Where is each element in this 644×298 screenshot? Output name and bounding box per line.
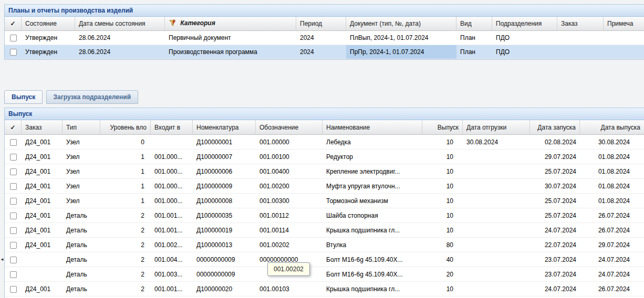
- cell-order[interactable]: Д24_001: [22, 238, 63, 252]
- cell-name[interactable]: Крышка подшипника гл...: [323, 223, 422, 238]
- cell-order[interactable]: [22, 252, 63, 267]
- column-header-check[interactable]: ✓: [5, 17, 22, 31]
- cell-start-date[interactable]: 25.07.2024: [530, 194, 580, 208]
- cell-level[interactable]: 1: [100, 194, 151, 208]
- cell-nomenclature[interactable]: Д100000006: [193, 164, 256, 179]
- column-header-note[interactable]: Примеча: [604, 17, 644, 31]
- cell-nomenclature[interactable]: 00000000009: [193, 252, 256, 267]
- cell-document[interactable]: ПрПр, 2024-1, 01.07.2024: [346, 45, 456, 59]
- cell-name[interactable]: Шайба стопорная: [323, 208, 422, 223]
- cell-designation[interactable]: 001.00300: [256, 194, 323, 208]
- cell-ship-date[interactable]: [463, 208, 530, 223]
- cell-designation[interactable]: 001.00200: [256, 179, 323, 194]
- cell-order[interactable]: Д24_001: [22, 194, 63, 208]
- cell-type[interactable]: Узел: [63, 164, 100, 179]
- cell-type[interactable]: Узел: [63, 150, 100, 164]
- row-checkbox[interactable]: [10, 139, 17, 146]
- cell-parent[interactable]: 001.001...: [151, 282, 193, 296]
- cell-divisions[interactable]: ПДО: [492, 45, 557, 59]
- cell-parent[interactable]: 001.001...: [151, 208, 193, 223]
- cell-order[interactable]: Д24_001: [22, 164, 63, 179]
- tab-zagruzka-podrazdelenij[interactable]: Загрузка подразделений: [46, 90, 138, 104]
- row-checkbox[interactable]: [10, 49, 17, 56]
- cell-nomenclature[interactable]: Д100000020: [193, 282, 256, 296]
- cell-release-date[interactable]: 01.08.2024: [580, 179, 644, 194]
- cell-parent[interactable]: [151, 135, 193, 150]
- row-check-cell[interactable]: [5, 208, 22, 223]
- cell-category[interactable]: Производственная программа: [165, 45, 296, 59]
- table-row[interactable]: Д24_001Узел1001.000...Д100000009001.0020…: [5, 179, 644, 194]
- column-header-name[interactable]: Наименование: [323, 120, 422, 135]
- cell-release-date[interactable]: 30.08.2024: [580, 135, 644, 150]
- column-header-period[interactable]: Период: [296, 17, 346, 31]
- cell-name[interactable]: Крышка подшипника гл...: [323, 282, 422, 296]
- cell-order[interactable]: Д24_001: [22, 208, 63, 223]
- cell-nomenclature[interactable]: Д100000035: [193, 208, 256, 223]
- column-header-order[interactable]: Заказ: [557, 17, 604, 31]
- cell-order[interactable]: [557, 31, 604, 45]
- cell-parent[interactable]: 001.000...: [151, 194, 193, 208]
- cell-output[interactable]: 10: [422, 150, 463, 164]
- row-check-cell[interactable]: [5, 164, 22, 179]
- cell-state-change-date[interactable]: 28.06.2024: [75, 45, 165, 59]
- row-checkbox[interactable]: [10, 227, 17, 234]
- cell-name[interactable]: Крепление электродвиг...: [323, 164, 422, 179]
- table-row[interactable]: Д24_001Узел0Д100000001001.00000Лебедка10…: [5, 135, 644, 150]
- cell-start-date[interactable]: 25.07.2024: [530, 208, 580, 223]
- cell-note[interactable]: [604, 45, 644, 59]
- cell-output[interactable]: 10: [422, 194, 463, 208]
- cell-release-date[interactable]: 26.07.2024: [580, 282, 644, 296]
- cell-release-date[interactable]: 01.08.2024: [580, 150, 644, 164]
- column-header-order[interactable]: Заказ: [22, 120, 63, 135]
- cell-level[interactable]: 1: [100, 164, 151, 179]
- cell-level[interactable]: 0: [100, 135, 151, 150]
- row-check-cell[interactable]: [5, 194, 22, 208]
- cell-name[interactable]: Муфта упругая втулочн...: [323, 179, 422, 194]
- cell-start-date[interactable]: 02.08.2024: [530, 135, 580, 150]
- table-row[interactable]: Деталь2001.003...00000000009Болт М16-6g …: [5, 267, 644, 282]
- cell-level[interactable]: 2: [100, 208, 151, 223]
- row-checkbox[interactable]: [10, 183, 17, 190]
- cell-ship-date[interactable]: [463, 179, 530, 194]
- tab-vypusk[interactable]: Выпуск: [4, 90, 43, 104]
- table-row[interactable]: Утвержден28.06.2024Первичный документ202…: [5, 31, 644, 45]
- table-row[interactable]: Д24_001Узел1001.000...Д100000006001.0040…: [5, 164, 644, 179]
- cell-ship-date[interactable]: [463, 238, 530, 252]
- cell-designation[interactable]: 001.00112: [256, 208, 323, 223]
- cell-level[interactable]: 2: [100, 223, 151, 238]
- table-row[interactable]: Д24_001Деталь2001.002...Д100000013001.00…: [5, 238, 644, 252]
- cell-parent[interactable]: 001.000...: [151, 179, 193, 194]
- column-header-check[interactable]: ✓: [5, 120, 22, 135]
- cell-name[interactable]: Лебедка: [323, 135, 422, 150]
- cell-order[interactable]: Д24_001: [22, 223, 63, 238]
- cell-nomenclature[interactable]: Д100000008: [193, 194, 256, 208]
- row-checkbox[interactable]: [10, 271, 17, 278]
- cell-level[interactable]: 2: [100, 238, 151, 252]
- row-checkbox[interactable]: [10, 242, 17, 249]
- column-header-document[interactable]: Документ (тип, №, дата): [346, 17, 456, 31]
- cell-output[interactable]: 10: [422, 223, 463, 238]
- table-row[interactable]: Д24_001Деталь2001.001...Д100000020001.00…: [5, 282, 644, 296]
- cell-release-date[interactable]: 26.07.2024: [580, 208, 644, 223]
- cell-period[interactable]: 2024: [296, 31, 346, 45]
- row-checkbox[interactable]: [10, 168, 17, 175]
- row-checkbox[interactable]: [10, 35, 17, 41]
- row-checkbox[interactable]: [10, 257, 17, 263]
- cell-level[interactable]: 1: [100, 150, 151, 164]
- cell-ship-date[interactable]: [463, 223, 530, 238]
- cell-nomenclature[interactable]: Д100000009: [193, 179, 256, 194]
- table-row[interactable]: Д24_001Деталь2001.001...Д100000019001.00…: [5, 223, 644, 238]
- cell-output[interactable]: 10: [422, 164, 463, 179]
- cell-order[interactable]: Д24_001: [22, 135, 63, 150]
- cell-name[interactable]: Болт М16-6g 45.109.40Х...: [323, 267, 422, 282]
- cell-type[interactable]: Узел: [63, 194, 100, 208]
- column-header-state[interactable]: Состояние: [22, 17, 75, 31]
- cell-nomenclature[interactable]: Д100000019: [193, 223, 256, 238]
- cell-designation[interactable]: 001.00000: [256, 135, 323, 150]
- cell-parent[interactable]: 001.004...: [151, 252, 193, 267]
- cell-ship-date[interactable]: [463, 252, 530, 267]
- cell-release-date[interactable]: 24.07.2024: [580, 252, 644, 267]
- cell-designation[interactable]: 001.00114: [256, 223, 323, 238]
- cell-name[interactable]: Тормозной механизм: [323, 194, 422, 208]
- row-checkbox[interactable]: [10, 212, 17, 219]
